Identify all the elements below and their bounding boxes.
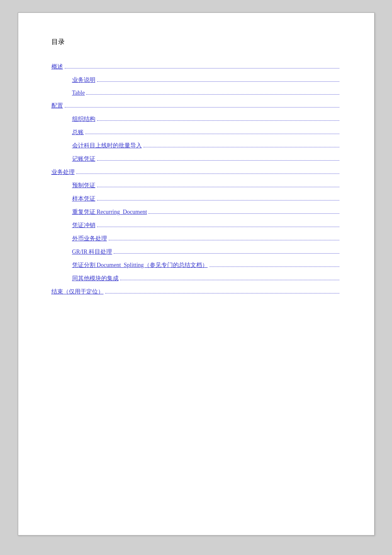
toc-link[interactable]: 会计科目上线时的批量导入: [72, 142, 142, 149]
toc-entry: 结束（仅用于定位）: [51, 288, 341, 296]
toc-entry: 总账: [51, 129, 341, 136]
toc-dots: [120, 280, 339, 280]
toc-entry: Table: [51, 90, 341, 96]
toc-link[interactable]: 外币业务处理: [72, 235, 107, 242]
toc-link[interactable]: Table: [72, 90, 85, 96]
toc-dots: [149, 213, 339, 214]
toc-dots: [85, 134, 339, 134]
toc-entry: 凭证分割 Document_Splitting（参见专门的总结文档）: [51, 262, 341, 269]
toc-dots: [97, 81, 339, 82]
toc-entries: 概述 业务说明 Table 配置 组织结构 总账 会计科目上线时的批量导入: [51, 63, 341, 301]
toc-link[interactable]: 业务处理: [51, 169, 75, 176]
toc-link[interactable]: 组织结构: [72, 115, 95, 123]
toc-entry: 配置: [51, 102, 341, 110]
toc-link[interactable]: GR/IR 科目处理: [72, 248, 112, 256]
toc-entry: 组织结构: [51, 115, 341, 123]
toc-dots: [97, 200, 339, 200]
toc-entry: 概述: [51, 63, 341, 71]
toc-entry: 业务说明: [51, 76, 341, 84]
toc-title: 目录: [51, 38, 341, 46]
toc-dots: [76, 174, 339, 174]
toc-link[interactable]: 重复凭证 Recurring_Document: [72, 208, 147, 216]
toc-dots: [65, 68, 339, 68]
toc-entry: 业务处理: [51, 169, 341, 176]
toc-link[interactable]: 记账凭证: [72, 155, 95, 163]
toc-entry: 样本凭证: [51, 195, 341, 203]
toc-link[interactable]: 业务说明: [72, 76, 95, 84]
toc-entry: 凭证冲销: [51, 222, 341, 229]
toc-link[interactable]: 配置: [51, 102, 63, 110]
toc-dots: [97, 160, 339, 161]
toc-link[interactable]: 凭证分割 Document_Splitting（参见专门的总结文档）: [72, 262, 208, 269]
toc-dots: [114, 253, 339, 254]
toc-entry: 重复凭证 Recurring_Document: [51, 208, 341, 216]
toc-link[interactable]: 凭证冲销: [72, 222, 95, 229]
page: 目录 概述 业务说明 Table 配置 组织结构 总账: [18, 12, 375, 535]
toc-entry: 会计科目上线时的批量导入: [51, 142, 341, 149]
toc-link[interactable]: 总账: [72, 129, 84, 136]
toc-dots: [65, 107, 339, 108]
toc-entry: 记账凭证: [51, 155, 341, 163]
toc-dots: [209, 266, 339, 267]
toc-entry: 同其他模块的集成: [51, 275, 341, 282]
toc-dots: [86, 94, 339, 95]
toc-entry: 外币业务处理: [51, 235, 341, 242]
toc-dots: [109, 240, 339, 240]
toc-link[interactable]: 同其他模块的集成: [72, 275, 119, 282]
toc-dots: [97, 187, 339, 187]
toc-link[interactable]: 概述: [51, 63, 63, 71]
toc-dots: [97, 227, 339, 227]
toc-dots: [97, 120, 339, 121]
toc-link[interactable]: 结束（仅用于定位）: [51, 288, 104, 296]
toc-link[interactable]: 预制凭证: [72, 182, 95, 189]
toc-dots: [105, 293, 339, 293]
toc-dots: [144, 147, 339, 147]
toc-entry: GR/IR 科目处理: [51, 248, 341, 256]
toc-entry: 预制凭证: [51, 182, 341, 189]
toc-link[interactable]: 样本凭证: [72, 195, 95, 203]
